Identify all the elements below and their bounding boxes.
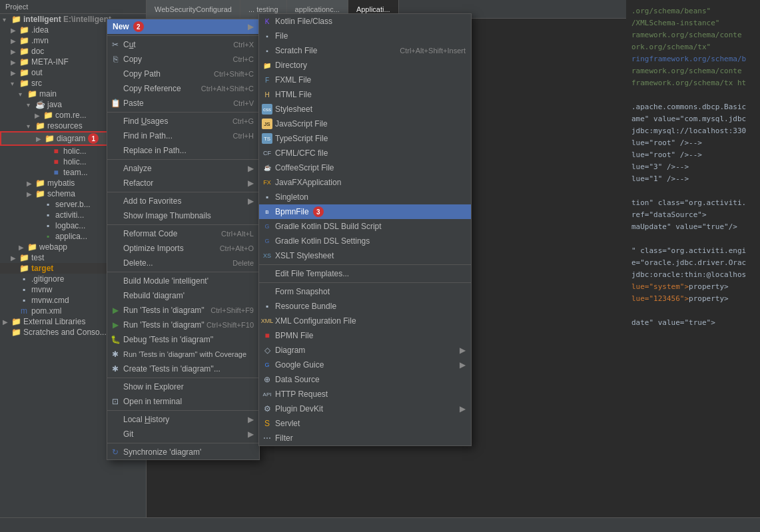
menu-show-thumbnails[interactable]: Show Image Thumbnails bbox=[107, 208, 259, 223]
activiti-label: activiti... bbox=[55, 210, 84, 220]
new-coffee-file[interactable]: ☕ CoffeeScript File bbox=[259, 160, 471, 175]
main-label: main bbox=[39, 89, 57, 99]
menu-copy-ref-shortcut: Ctrl+Alt+Shift+C bbox=[201, 85, 254, 93]
new-coffee-label: CoffeeScript File bbox=[275, 163, 334, 172]
new-http-request[interactable]: API HTTP Request bbox=[259, 387, 471, 401]
mvn-icon: 📁 bbox=[19, 36, 29, 45]
menu-find-in-path[interactable]: Find in Path... Ctrl+H bbox=[107, 129, 259, 143]
new-stylesheet-label: Stylesheet bbox=[275, 105, 312, 114]
new-xslt[interactable]: XS XSLT Stylesheet bbox=[259, 248, 471, 263]
menu-copy-path-shortcut: Ctrl+Shift+C bbox=[214, 70, 254, 78]
menu-replace-in-path[interactable]: Replace in Path... bbox=[107, 143, 259, 158]
fxml-icon: F bbox=[262, 75, 272, 85]
new-kotlin-file[interactable]: K Kotlin File/Class bbox=[259, 14, 471, 29]
gradle-build-icon: G bbox=[262, 221, 272, 232]
new-directory[interactable]: 📁 Directory bbox=[259, 58, 471, 73]
code-line-16 bbox=[631, 185, 755, 197]
menu-git[interactable]: Git ▶ bbox=[107, 427, 259, 441]
comre-arrow: ▶ bbox=[35, 112, 43, 119]
plugin-icon: ⚙ bbox=[262, 403, 272, 414]
menu-copy[interactable]: ⎘ Copy Ctrl+C bbox=[107, 52, 259, 67]
menu-reformat[interactable]: Reformat Code Ctrl+Alt+L bbox=[107, 226, 259, 241]
new-js-label: JavaScript File bbox=[275, 119, 328, 129]
sep3 bbox=[107, 192, 259, 192]
new-resource-bundle[interactable]: ▪ Resource Bundle bbox=[259, 299, 471, 314]
add-favorites-arrow: ▶ bbox=[248, 196, 254, 206]
menu-run-tests[interactable]: ▶ Run 'Tests in 'diagram'' Ctrl+Shift+F9 bbox=[107, 303, 259, 318]
code-line-11: jdbc:mysql://localhost:330 bbox=[631, 125, 755, 137]
menu-add-favorites[interactable]: Add to Favorites ▶ bbox=[107, 194, 259, 208]
sep1 bbox=[107, 112, 259, 113]
menu-local-history[interactable]: Local History ▶ bbox=[107, 412, 259, 427]
singleton-icon: ▪ bbox=[262, 192, 272, 202]
code-line-1: .org/schema/beans" bbox=[631, 5, 755, 17]
menu-run-tests2[interactable]: ▶ Run 'Tests in 'diagram'' Ctrl+Shift+F1… bbox=[107, 318, 259, 332]
new-ts-file[interactable]: TS TypeScript File bbox=[259, 131, 471, 146]
new-bpmn-file[interactable]: B BpmnFile 3 bbox=[259, 204, 471, 219]
new-gradle-build[interactable]: G Gradle Kotlin DSL Build Script bbox=[259, 219, 471, 234]
menu-optimize-shortcut: Ctrl+Alt+O bbox=[220, 244, 254, 252]
datasource-icon: ⊕ bbox=[262, 374, 272, 385]
tab-websecurity[interactable]: WebSecurityConfigurad bbox=[147, 0, 240, 18]
new-edit-templates[interactable]: Edit File Templates... bbox=[259, 266, 471, 281]
extlib-icon: 📁 bbox=[11, 317, 21, 326]
pomxml-icon: m bbox=[19, 306, 29, 316]
new-diagram[interactable]: ◇ Diagram ▶ bbox=[259, 343, 471, 358]
new-scratch-file[interactable]: ▪ Scratch File Ctrl+Alt+Shift+Insert bbox=[259, 43, 471, 58]
new-cf-file[interactable]: CF CFML/CFC file bbox=[259, 146, 471, 160]
new-js-file[interactable]: JS JavaScript File bbox=[259, 117, 471, 131]
new-html[interactable]: H HTML File bbox=[259, 87, 471, 102]
menu-paste[interactable]: 📋 Paste Ctrl+V bbox=[107, 96, 259, 111]
paste-icon: 📋 bbox=[110, 98, 121, 109]
code-line-15: lue="1" />--> bbox=[631, 173, 755, 185]
out-arrow: ▶ bbox=[11, 69, 19, 77]
menu-find-usages-label: Find Usages bbox=[123, 117, 168, 126]
menu-delete-shortcut: Delete bbox=[232, 259, 254, 267]
new-xml-label: XML Configuration File bbox=[275, 316, 356, 326]
new-filter[interactable]: ⋯ Filter bbox=[259, 431, 471, 445]
new-singleton[interactable]: ▪ Singleton bbox=[259, 190, 471, 204]
sync-icon: ↻ bbox=[110, 447, 121, 457]
menu-cut[interactable]: ✂ Cut Ctrl+X bbox=[107, 37, 259, 52]
new-servlet[interactable]: S Servlet bbox=[259, 416, 471, 431]
new-resource-bundle-label: Resource Bundle bbox=[275, 302, 336, 311]
new-stylesheet[interactable]: css Stylesheet bbox=[259, 102, 471, 117]
new-file-label: File bbox=[275, 31, 288, 41]
menu-rebuild[interactable]: Rebuild 'diagram' bbox=[107, 288, 259, 303]
menu-run-coverage[interactable]: ✱ Run 'Tests in 'diagram'' with Coverage bbox=[107, 347, 259, 362]
new-javafx[interactable]: FX JavaFXApplication bbox=[259, 175, 471, 190]
new-google-guice[interactable]: G Google Guice ▶ bbox=[259, 358, 471, 372]
menu-refactor[interactable]: Refactor ▶ bbox=[107, 176, 259, 190]
menu-delete[interactable]: Delete... Delete bbox=[107, 256, 259, 270]
menu-open-terminal[interactable]: ⊡ Open in terminal bbox=[107, 394, 259, 409]
menu-new[interactable]: New 2 ▶ bbox=[107, 19, 259, 34]
menu-optimize[interactable]: Optimize Imports Ctrl+Alt+O bbox=[107, 241, 259, 256]
new-bpmn-file2[interactable]: ■ BPMN File bbox=[259, 328, 471, 343]
menu-copy-path[interactable]: Copy Path Ctrl+Shift+C bbox=[107, 67, 259, 81]
mybatis-icon: 📁 bbox=[35, 178, 45, 188]
menu-reformat-shortcut: Ctrl+Alt+L bbox=[221, 230, 254, 238]
menu-build-module[interactable]: Build Module 'intelligent' bbox=[107, 274, 259, 288]
menu-run-coverage-label: Run 'Tests in 'diagram'' with Coverage bbox=[123, 350, 246, 358]
menu-analyze[interactable]: Analyze ▶ bbox=[107, 161, 259, 176]
menu-debug-tests[interactable]: 🐛 Debug 'Tests in 'diagram'' bbox=[107, 332, 259, 347]
scratch-icon: ▪ bbox=[262, 45, 272, 56]
new-xml-config[interactable]: XML XML Configuration File bbox=[259, 314, 471, 328]
cut-icon: ✂ bbox=[110, 39, 121, 50]
mvnw-label: mvnw bbox=[31, 285, 52, 294]
new-badge: 2 bbox=[133, 21, 144, 32]
menu-synchronize[interactable]: ↻ Synchronize 'diagram' bbox=[107, 445, 259, 459]
new-gradle-settings[interactable]: G Gradle Kotlin DSL Settings bbox=[259, 234, 471, 248]
menu-show-explorer[interactable]: Show in Explorer bbox=[107, 380, 259, 394]
new-plugin-label: Plugin DevKit bbox=[275, 404, 323, 413]
menu-create-tests[interactable]: ✱ Create 'Tests in 'diagram''... bbox=[107, 362, 259, 376]
new-data-source[interactable]: ⊕ Data Source bbox=[259, 372, 471, 387]
new-file[interactable]: ▪ File bbox=[259, 29, 471, 43]
new-plugin-devkit[interactable]: ⚙ Plugin DevKit ▶ bbox=[259, 401, 471, 416]
new-form-snapshot[interactable]: Form Snapshot bbox=[259, 284, 471, 299]
code-line-13: lue="root" />--> bbox=[631, 149, 755, 161]
new-fxml[interactable]: F FXML File bbox=[259, 73, 471, 87]
webapp-label: webapp bbox=[39, 242, 67, 252]
menu-find-usages[interactable]: Find Usages Ctrl+G bbox=[107, 114, 259, 129]
menu-copy-ref[interactable]: Copy Reference Ctrl+Alt+Shift+C bbox=[107, 81, 259, 96]
